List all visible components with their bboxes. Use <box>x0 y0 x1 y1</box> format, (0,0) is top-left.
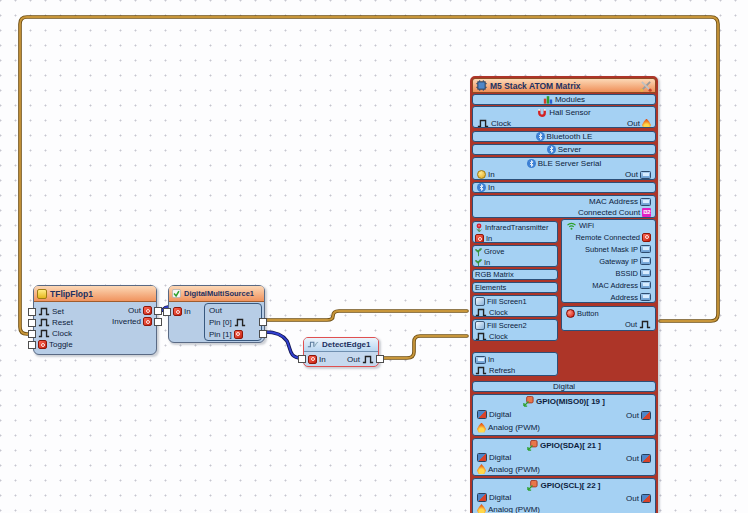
clock-type-icon <box>38 307 50 316</box>
wire-detectedge-out-to-fillscreen2-clock[interactable] <box>380 336 467 358</box>
block-m5-stack-atom-matrix[interactable]: M5 Stack ATOM Matrix Modules Hall Sensor… <box>470 76 658 513</box>
clock-pin[interactable] <box>28 330 36 338</box>
section-label: Bluetooth LE <box>547 132 593 141</box>
chip-icon <box>476 80 487 91</box>
analog-type-icon <box>477 423 486 433</box>
pin-label: Out <box>625 170 638 179</box>
pin0-pin[interactable] <box>259 318 267 326</box>
out-pin[interactable] <box>154 307 162 315</box>
pin-label: Gateway IP <box>599 257 638 266</box>
pin-label: Out <box>626 454 639 463</box>
bluetooth-le-section[interactable]: Bluetooth LE <box>472 131 656 142</box>
bt-in-row: In <box>473 183 655 192</box>
pin-label: Analog (PWM) <box>488 505 540 513</box>
block-tflipflop1[interactable]: TFlipFlop1 Set Reset Clock Toggle <box>33 285 157 355</box>
pin-label: BSSID <box>615 269 638 278</box>
block-header[interactable]: M5 Stack ATOM Matrix <box>472 78 656 93</box>
wifi-panel[interactable]: WiFi Remote Connected Subnet Mask IP Gat… <box>561 219 656 303</box>
mac-count-panel[interactable]: MAC Address Connected Count I32 <box>472 195 656 218</box>
flipflop-icon <box>37 289 47 299</box>
reset-pin[interactable] <box>28 319 36 327</box>
server-section[interactable]: Server <box>472 144 656 155</box>
pin-label: Out <box>128 306 141 315</box>
tools-icon[interactable] <box>640 80 652 92</box>
digital-section[interactable]: Digital <box>472 381 656 392</box>
wire-pin1-to-detectedge-in[interactable] <box>265 332 301 358</box>
inverted-pin[interactable] <box>154 318 162 326</box>
wifi-row-mac: MAC Address <box>562 279 655 291</box>
wifi-row-subnet-mask: Subnet Mask IP <box>562 243 655 255</box>
digital-io-icon <box>477 453 487 462</box>
gpio-title-row: GPIO(SCL)[ 22 ] <box>473 479 655 491</box>
hall-title-row: Hall Sensor <box>473 107 655 118</box>
pin-row-pin0: Pin [0] <box>205 316 261 328</box>
fill2-clock-row: Clock <box>473 331 557 341</box>
visuino-design-canvas[interactable]: TFlipFlop1 Set Reset Clock Toggle <box>0 0 748 513</box>
digital-type-icon <box>173 307 182 316</box>
plant-icon <box>475 258 482 268</box>
elements-section[interactable]: Elements <box>472 282 558 293</box>
wifi-title-row: WiFi <box>562 220 655 231</box>
plant-icon <box>475 247 482 257</box>
bt-in-panel[interactable]: In <box>472 182 656 193</box>
grove-panel[interactable]: Grove In <box>472 245 558 267</box>
digital-type-icon <box>143 317 152 326</box>
gpio-sda-panel[interactable]: GPIO(SDA)[ 21 ] Digital Analog (PWM) Out <box>472 438 656 476</box>
pin-label: Clock <box>491 119 511 128</box>
toggle-pin[interactable] <box>28 341 36 349</box>
rgb-matrix-section[interactable]: RGB Matrix <box>472 269 558 280</box>
fill2-title-row: Fill Screen2 <box>473 320 557 331</box>
section-label: Digital <box>553 382 575 391</box>
display-io-panel[interactable]: In Refresh <box>472 352 558 376</box>
pin-label: Out <box>347 355 360 364</box>
wifi-icon <box>566 221 577 230</box>
pin-label: Refresh <box>489 366 515 375</box>
set-pin[interactable] <box>28 308 36 316</box>
wire-pin0-to-fillscreen1-clock[interactable] <box>265 311 467 320</box>
block-header[interactable]: DigitalMultiSource1 <box>169 286 264 302</box>
ir-title-row: InfraredTransmitter <box>473 222 557 233</box>
in-pin[interactable] <box>163 308 171 316</box>
pin-label: Digital <box>489 453 511 462</box>
pin1-pin[interactable] <box>259 330 267 338</box>
hall-sensor-panel[interactable]: Hall Sensor Clock Out <box>472 106 656 128</box>
gpio-out-row: Out <box>587 452 655 464</box>
gpio-scl-panel[interactable]: GPIO(SCL)[ 22 ] Digital Analog (PWM) Out <box>472 478 656 513</box>
pin-label: In <box>184 307 191 316</box>
block-title: TFlipFlop1 <box>50 289 93 299</box>
button-panel[interactable]: Button Out <box>561 306 656 331</box>
infrared-transmitter-panel[interactable]: InfraredTransmitter In <box>472 221 558 243</box>
text-type-icon <box>640 198 651 206</box>
modules-section[interactable]: Modules <box>472 94 656 105</box>
clock-type-icon <box>362 355 374 364</box>
pin-label: Out <box>625 320 637 329</box>
gpio-analog-row: Analog (PWM) <box>473 463 655 475</box>
panel-title: Fill Screen2 <box>487 321 527 330</box>
block-digitalmultisource1[interactable]: DigitalMultiSource1 In Out Pin [0] Pin [… <box>168 285 265 343</box>
clock-type-icon <box>234 318 246 327</box>
display-in-row: In <box>473 354 557 365</box>
out-pins-group: Out Pin [0] Pin [1] <box>204 303 262 341</box>
gpio-out-row: Out <box>587 492 655 504</box>
block-header[interactable]: TFlipFlop1 <box>34 286 156 302</box>
pin-label: In <box>484 258 490 267</box>
block-header[interactable]: DetectEdge1 <box>304 338 378 352</box>
serial-in-icon <box>477 170 486 179</box>
digital-type-icon <box>308 355 317 364</box>
text-type-icon <box>475 356 486 364</box>
modules-icon <box>543 95 553 104</box>
text-type-icon <box>640 257 651 265</box>
analog-type-icon <box>642 119 651 129</box>
gpio-miso0-panel[interactable]: GPIO(MISO0)[ 19 ] Digital Analog (PWM) O… <box>472 394 656 436</box>
gpio-title-row: GPIO(SDA)[ 21 ] <box>473 439 655 451</box>
pin-row-pin1: Pin [1] <box>205 328 261 340</box>
button-icon <box>566 309 575 318</box>
in-pin[interactable] <box>298 355 306 363</box>
fill-screen2-panel[interactable]: Fill Screen2 Clock <box>472 319 558 341</box>
fill-screen1-panel[interactable]: Fill Screen1 Clock <box>472 295 558 317</box>
pin-label: Analog (PWM) <box>488 465 540 474</box>
out-pin[interactable] <box>376 355 384 363</box>
pin-label: Clock <box>489 308 508 317</box>
ble-server-serial-panel[interactable]: BLE Server Serial In Out <box>472 157 656 180</box>
block-detectedge1[interactable]: DetectEdge1 In Out <box>303 337 379 367</box>
